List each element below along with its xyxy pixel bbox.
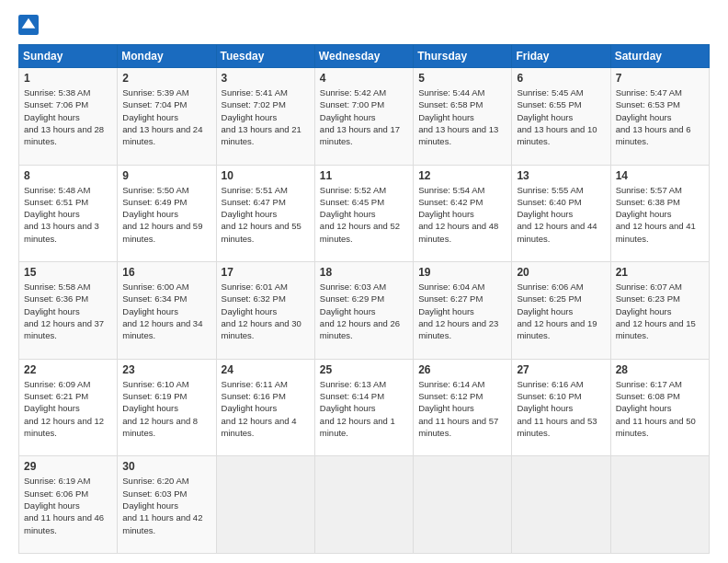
day-number: 5: [418, 72, 506, 85]
cell-info: Sunrise: 6:04 AMSunset: 6:27 PMDaylight …: [418, 282, 498, 340]
day-number: 24: [222, 363, 310, 376]
cell-info: Sunrise: 5:45 AMSunset: 6:55 PMDaylight …: [517, 87, 597, 146]
calendar-cell: 30Sunrise: 6:20 AMSunset: 6:03 PMDayligh…: [118, 456, 216, 554]
calendar-cell: 23Sunrise: 6:10 AMSunset: 6:19 PMDayligh…: [118, 359, 216, 456]
cell-info: Sunrise: 6:10 AMSunset: 6:19 PMDaylight …: [122, 379, 198, 438]
day-number: 17: [222, 266, 310, 279]
logo: [18, 15, 40, 35]
header: [18, 15, 710, 35]
calendar-week-5: 29Sunrise: 6:19 AMSunset: 6:06 PMDayligh…: [19, 456, 710, 554]
day-number: 2: [122, 72, 210, 85]
day-number: 10: [222, 169, 310, 182]
calendar-cell: 6Sunrise: 5:45 AMSunset: 6:55 PMDaylight…: [512, 68, 610, 166]
calendar-cell: 24Sunrise: 6:11 AMSunset: 6:16 PMDayligh…: [216, 359, 314, 456]
calendar-table: SundayMondayTuesdayWednesdayThursdayFrid…: [18, 44, 710, 554]
day-number: 1: [24, 72, 112, 85]
cell-info: Sunrise: 6:07 AMSunset: 6:23 PMDaylight …: [616, 282, 696, 340]
page: SundayMondayTuesdayWednesdayThursdayFrid…: [0, 0, 728, 563]
calendar-cell: 14Sunrise: 5:57 AMSunset: 6:38 PMDayligh…: [610, 165, 709, 262]
day-header-monday: Monday: [118, 45, 216, 68]
calendar-cell: 19Sunrise: 6:04 AMSunset: 6:27 PMDayligh…: [414, 262, 512, 360]
calendar-week-4: 22Sunrise: 6:09 AMSunset: 6:21 PMDayligh…: [19, 359, 710, 456]
cell-info: Sunrise: 6:11 AMSunset: 6:16 PMDaylight …: [222, 379, 297, 438]
cell-info: Sunrise: 5:52 AMSunset: 6:45 PMDaylight …: [320, 185, 400, 244]
cell-info: Sunrise: 6:01 AMSunset: 6:32 PMDaylight …: [222, 282, 301, 340]
day-number: 26: [418, 363, 506, 376]
calendar-cell: [610, 456, 709, 554]
day-number: 14: [616, 169, 704, 182]
day-number: 11: [320, 169, 408, 182]
cell-info: Sunrise: 6:09 AMSunset: 6:21 PMDaylight …: [24, 379, 104, 438]
cell-info: Sunrise: 5:58 AMSunset: 6:36 PMDaylight …: [24, 282, 104, 340]
cell-info: Sunrise: 6:16 AMSunset: 6:10 PMDaylight …: [517, 379, 597, 438]
calendar-cell: 20Sunrise: 6:06 AMSunset: 6:25 PMDayligh…: [512, 262, 610, 360]
calendar-cell: 13Sunrise: 5:55 AMSunset: 6:40 PMDayligh…: [512, 165, 610, 262]
cell-info: Sunrise: 6:13 AMSunset: 6:14 PMDaylight …: [320, 379, 395, 438]
day-header-wednesday: Wednesday: [314, 45, 413, 68]
cell-info: Sunrise: 6:00 AMSunset: 6:34 PMDaylight …: [122, 282, 202, 340]
calendar-body: 1Sunrise: 5:38 AMSunset: 7:06 PMDaylight…: [19, 68, 710, 554]
calendar-cell: [314, 456, 413, 554]
day-number: 8: [24, 169, 112, 182]
calendar-cell: 1Sunrise: 5:38 AMSunset: 7:06 PMDaylight…: [19, 68, 118, 166]
calendar-cell: 8Sunrise: 5:48 AMSunset: 6:51 PMDaylight…: [19, 165, 118, 262]
day-number: 3: [222, 72, 310, 85]
calendar-week-2: 8Sunrise: 5:48 AMSunset: 6:51 PMDaylight…: [19, 165, 710, 262]
calendar-cell: 5Sunrise: 5:44 AMSunset: 6:58 PMDaylight…: [414, 68, 512, 166]
day-number: 30: [122, 460, 210, 473]
day-number: 25: [320, 363, 408, 376]
cell-info: Sunrise: 5:50 AMSunset: 6:49 PMDaylight …: [122, 185, 202, 244]
day-number: 23: [122, 363, 210, 376]
day-header-tuesday: Tuesday: [216, 45, 314, 68]
day-number: 4: [320, 72, 408, 85]
calendar-cell: [512, 456, 610, 554]
calendar-cell: 21Sunrise: 6:07 AMSunset: 6:23 PMDayligh…: [610, 262, 709, 360]
cell-info: Sunrise: 6:20 AMSunset: 6:03 PMDaylight …: [122, 476, 202, 534]
logo-icon: [18, 15, 39, 35]
day-number: 19: [418, 266, 506, 279]
day-number: 6: [517, 72, 605, 85]
calendar-cell: 12Sunrise: 5:54 AMSunset: 6:42 PMDayligh…: [414, 165, 512, 262]
calendar-cell: 2Sunrise: 5:39 AMSunset: 7:04 PMDaylight…: [118, 68, 216, 166]
calendar-cell: 26Sunrise: 6:14 AMSunset: 6:12 PMDayligh…: [414, 359, 512, 456]
day-number: 18: [320, 266, 408, 279]
day-number: 21: [616, 266, 704, 279]
cell-info: Sunrise: 5:51 AMSunset: 6:47 PMDaylight …: [222, 185, 301, 244]
cell-info: Sunrise: 5:47 AMSunset: 6:53 PMDaylight …: [616, 87, 691, 146]
cell-info: Sunrise: 5:39 AMSunset: 7:04 PMDaylight …: [122, 87, 202, 146]
day-number: 7: [616, 72, 704, 85]
calendar-cell: 22Sunrise: 6:09 AMSunset: 6:21 PMDayligh…: [19, 359, 118, 456]
cell-info: Sunrise: 5:38 AMSunset: 7:06 PMDaylight …: [24, 87, 104, 146]
day-number: 20: [517, 266, 605, 279]
calendar-cell: 18Sunrise: 6:03 AMSunset: 6:29 PMDayligh…: [314, 262, 413, 360]
day-number: 13: [517, 169, 605, 182]
cell-info: Sunrise: 5:57 AMSunset: 6:38 PMDaylight …: [616, 185, 696, 244]
calendar-week-3: 15Sunrise: 5:58 AMSunset: 6:36 PMDayligh…: [19, 262, 710, 360]
day-header-thursday: Thursday: [414, 45, 512, 68]
day-number: 15: [24, 266, 112, 279]
cell-info: Sunrise: 6:19 AMSunset: 6:06 PMDaylight …: [24, 476, 104, 534]
calendar-cell: 4Sunrise: 5:42 AMSunset: 7:00 PMDaylight…: [314, 68, 413, 166]
cell-info: Sunrise: 6:14 AMSunset: 6:12 PMDaylight …: [418, 379, 498, 438]
calendar-cell: [216, 456, 314, 554]
cell-info: Sunrise: 5:42 AMSunset: 7:00 PMDaylight …: [320, 87, 400, 146]
calendar-cell: 28Sunrise: 6:17 AMSunset: 6:08 PMDayligh…: [610, 359, 709, 456]
calendar-week-1: 1Sunrise: 5:38 AMSunset: 7:06 PMDaylight…: [19, 68, 710, 166]
day-header-saturday: Saturday: [610, 45, 709, 68]
day-number: 28: [616, 363, 704, 376]
calendar-cell: 16Sunrise: 6:00 AMSunset: 6:34 PMDayligh…: [118, 262, 216, 360]
calendar-cell: 9Sunrise: 5:50 AMSunset: 6:49 PMDaylight…: [118, 165, 216, 262]
day-number: 29: [24, 460, 112, 473]
day-header-friday: Friday: [512, 45, 610, 68]
cell-info: Sunrise: 6:03 AMSunset: 6:29 PMDaylight …: [320, 282, 400, 340]
calendar-cell: 3Sunrise: 5:41 AMSunset: 7:02 PMDaylight…: [216, 68, 314, 166]
calendar-cell: 10Sunrise: 5:51 AMSunset: 6:47 PMDayligh…: [216, 165, 314, 262]
cell-info: Sunrise: 6:06 AMSunset: 6:25 PMDaylight …: [517, 282, 597, 340]
calendar-cell: 15Sunrise: 5:58 AMSunset: 6:36 PMDayligh…: [19, 262, 118, 360]
cell-info: Sunrise: 6:17 AMSunset: 6:08 PMDaylight …: [616, 379, 696, 438]
day-number: 22: [24, 363, 112, 376]
day-number: 27: [517, 363, 605, 376]
header-row: SundayMondayTuesdayWednesdayThursdayFrid…: [19, 45, 710, 68]
day-header-sunday: Sunday: [19, 45, 118, 68]
calendar-header: SundayMondayTuesdayWednesdayThursdayFrid…: [19, 45, 710, 68]
